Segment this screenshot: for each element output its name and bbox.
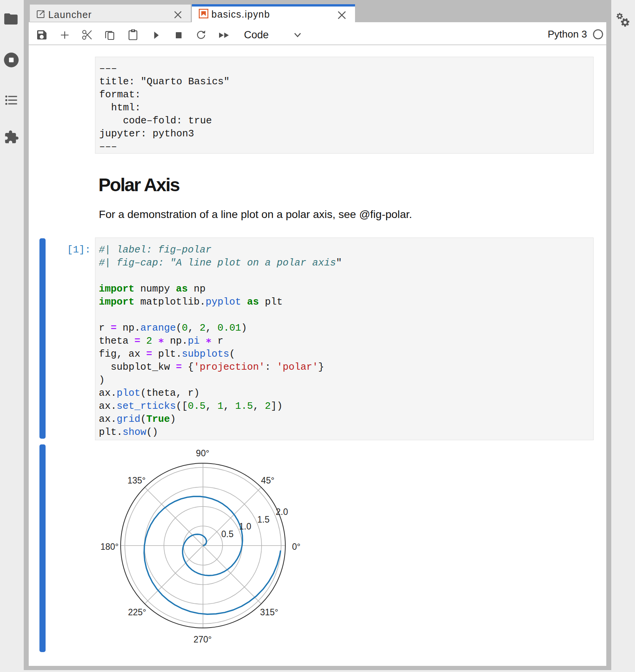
svg-text:90°: 90° bbox=[196, 448, 209, 458]
svg-text:2.0: 2.0 bbox=[276, 507, 288, 517]
svg-text:0°: 0° bbox=[292, 542, 301, 552]
svg-text:270°: 270° bbox=[193, 634, 212, 644]
svg-text:45°: 45° bbox=[261, 475, 275, 485]
svg-text:225°: 225° bbox=[128, 607, 146, 617]
svg-text:0.5: 0.5 bbox=[221, 529, 234, 539]
svg-text:315°: 315° bbox=[260, 607, 278, 617]
svg-text:1.5: 1.5 bbox=[257, 515, 270, 524]
svg-text:1.0: 1.0 bbox=[239, 521, 251, 531]
svg-text:135°: 135° bbox=[128, 475, 146, 485]
svg-text:180°: 180° bbox=[100, 542, 119, 552]
